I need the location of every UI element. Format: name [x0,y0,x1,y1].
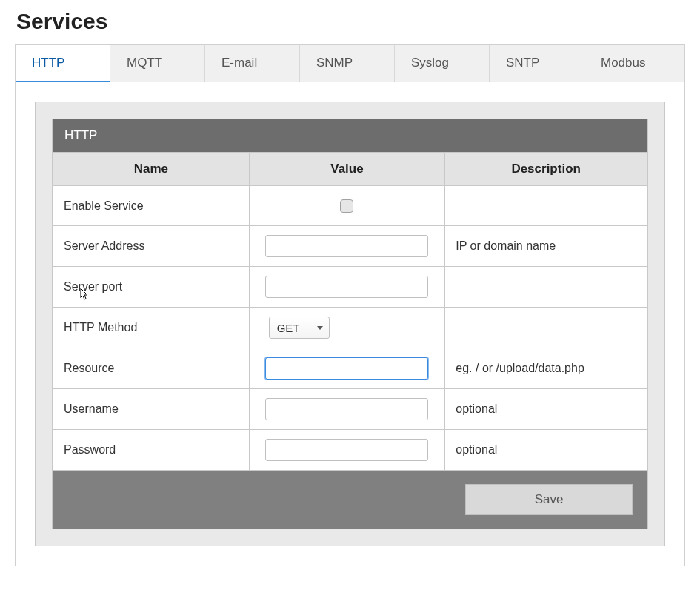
password-label: Password [53,430,250,471]
table-header-row: Name Value Description [53,153,647,186]
tab-email[interactable]: E-mail [205,45,300,82]
http-method-value: GET [277,322,300,334]
row-enable-service: Enable Service [53,186,647,226]
row-resource: Resource eg. / or /upload/data.php [53,348,647,389]
http-card: HTTP Name Value Description Enable Servi [52,119,648,529]
row-http-method: HTTP Method GET [53,308,647,348]
enable-service-label: Enable Service [53,186,250,226]
tab-mqtt[interactable]: MQTT [110,45,205,82]
tabs: HTTP MQTT E-mail SNMP Syslog SNTP Modbus [16,45,684,82]
col-header-value: Value [249,153,445,186]
enable-service-desc [445,186,647,226]
password-input[interactable] [265,439,428,461]
col-header-name: Name [53,153,250,186]
tab-content: HTTP Name Value Description Enable Servi [16,82,684,566]
server-address-label: Server Address [53,226,250,267]
tab-snmp[interactable]: SNMP [300,45,395,82]
tab-container: HTTP MQTT E-mail SNMP Syslog SNTP Modbus… [15,44,685,566]
password-desc: optional [445,430,647,471]
enable-service-checkbox[interactable] [340,199,353,213]
row-username: Username optional [53,389,647,430]
row-password: Password optional [53,430,647,471]
http-method-select[interactable]: GET [269,317,330,339]
http-method-label: HTTP Method [53,308,250,348]
server-port-label: Server port [53,267,250,308]
server-port-input[interactable] [265,276,428,298]
tab-modbus[interactable]: Modbus [584,45,679,82]
row-server-port: Server port [53,267,647,308]
tab-http[interactable]: HTTP [16,45,110,82]
col-header-desc: Description [445,153,647,186]
username-input[interactable] [265,398,428,420]
resource-desc: eg. / or /upload/data.php [445,348,647,389]
settings-panel: HTTP Name Value Description Enable Servi [35,102,665,546]
username-desc: optional [445,389,647,430]
tab-sntp[interactable]: SNTP [490,45,584,82]
server-address-desc: IP or domain name [445,226,647,267]
card-footer: Save [53,471,647,529]
card-title: HTTP [53,119,647,152]
settings-table: Name Value Description Enable Service [53,152,647,471]
resource-input[interactable] [265,357,428,380]
save-button[interactable]: Save [465,484,633,515]
username-label: Username [53,389,250,430]
resource-label: Resource [53,348,250,389]
server-port-desc [445,267,647,308]
chevron-down-icon [317,326,323,330]
server-address-input[interactable] [265,235,428,257]
tab-syslog[interactable]: Syslog [395,45,490,82]
http-method-desc [445,308,647,348]
page-title: Services [16,9,685,34]
row-server-address: Server Address IP or domain name [53,226,647,267]
